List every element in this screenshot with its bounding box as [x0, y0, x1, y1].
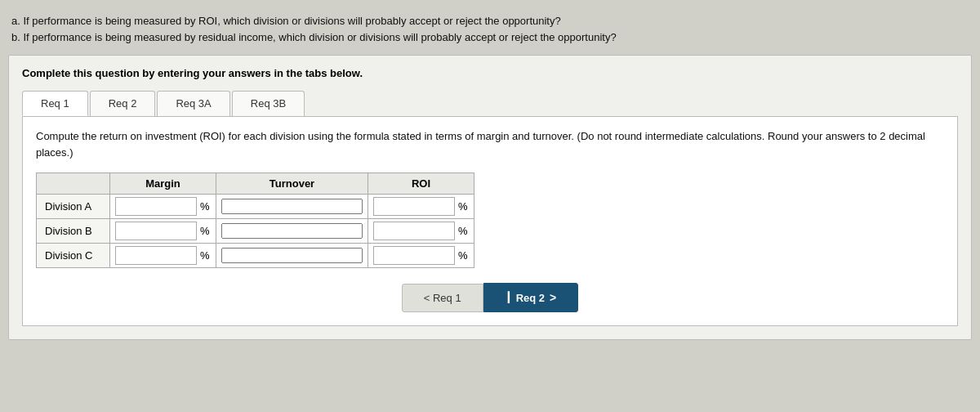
- intro-line-1: a. If performance is being measured by R…: [11, 13, 969, 29]
- cursor-icon: ┃: [506, 292, 511, 303]
- division-a-roi-pct: %: [458, 200, 468, 213]
- division-c-margin-cell: %: [110, 244, 216, 268]
- table-row: Division C %: [37, 244, 474, 268]
- division-c-label: Division C: [37, 244, 110, 268]
- division-b-roi-input[interactable]: [373, 222, 455, 240]
- col-header-empty: [37, 173, 110, 195]
- division-b-margin-cell: %: [110, 219, 216, 244]
- main-box: Complete this question by entering your …: [8, 55, 972, 340]
- next-chevron-icon: >: [550, 291, 556, 304]
- content-area: Compute the return on investment (ROI) f…: [22, 117, 958, 326]
- division-b-label: Division B: [37, 219, 110, 244]
- division-b-margin-input[interactable]: [115, 222, 197, 240]
- division-c-turnover-input[interactable]: [221, 248, 363, 263]
- col-header-margin: Margin: [110, 173, 216, 195]
- division-a-roi-cell: %: [368, 195, 474, 219]
- instruction-text: Compute the return on investment (ROI) f…: [36, 128, 944, 161]
- division-c-turnover-cell: [216, 244, 368, 268]
- division-b-turnover-cell: [216, 219, 368, 244]
- division-c-roi-cell: %: [368, 244, 474, 268]
- tab-req3a[interactable]: Req 3A: [157, 91, 229, 116]
- next-button[interactable]: ┃ Req 2 >: [483, 283, 579, 312]
- division-a-label: Division A: [37, 195, 110, 219]
- division-b-turnover-input[interactable]: [221, 223, 363, 239]
- next-button-label: Req 2: [516, 292, 545, 304]
- intro-text: a. If performance is being measured by R…: [8, 13, 972, 45]
- prev-chevron-icon: <: [424, 292, 433, 304]
- division-b-margin-pct: %: [200, 225, 210, 237]
- division-c-margin-input[interactable]: [115, 246, 197, 265]
- prev-button-label: Req 1: [433, 292, 461, 304]
- complete-instruction: Complete this question by entering your …: [22, 67, 958, 79]
- division-b-roi-cell: %: [368, 219, 474, 244]
- page-wrapper: a. If performance is being measured by R…: [8, 8, 972, 345]
- intro-line-2: b. If performance is being measured by r…: [11, 29, 969, 46]
- prev-button[interactable]: < Req 1: [402, 284, 483, 312]
- division-b-roi-pct: %: [458, 225, 468, 237]
- navigation-buttons: < Req 1 ┃ Req 2 >: [36, 283, 944, 312]
- division-c-roi-input[interactable]: [373, 246, 455, 265]
- division-a-roi-input[interactable]: [373, 197, 455, 216]
- division-c-margin-pct: %: [200, 249, 210, 262]
- roi-table: Margin Turnover ROI Division A %: [36, 172, 474, 268]
- tab-req1[interactable]: Req 1: [22, 91, 88, 116]
- division-a-margin-cell: %: [110, 195, 216, 219]
- division-c-roi-pct: %: [458, 249, 468, 262]
- tabs-row: Req 1 Req 2 Req 3A Req 3B: [22, 91, 958, 117]
- table-row: Division A %: [37, 195, 474, 219]
- division-a-margin-input[interactable]: [115, 197, 197, 216]
- division-a-turnover-cell: [216, 195, 368, 219]
- col-header-roi: ROI: [368, 173, 474, 195]
- tab-req3b[interactable]: Req 3B: [232, 91, 305, 116]
- division-a-turnover-input[interactable]: [221, 199, 363, 214]
- division-a-margin-pct: %: [200, 200, 210, 213]
- col-header-turnover: Turnover: [216, 173, 368, 195]
- tab-req2[interactable]: Req 2: [90, 91, 156, 116]
- table-row: Division B %: [37, 219, 474, 244]
